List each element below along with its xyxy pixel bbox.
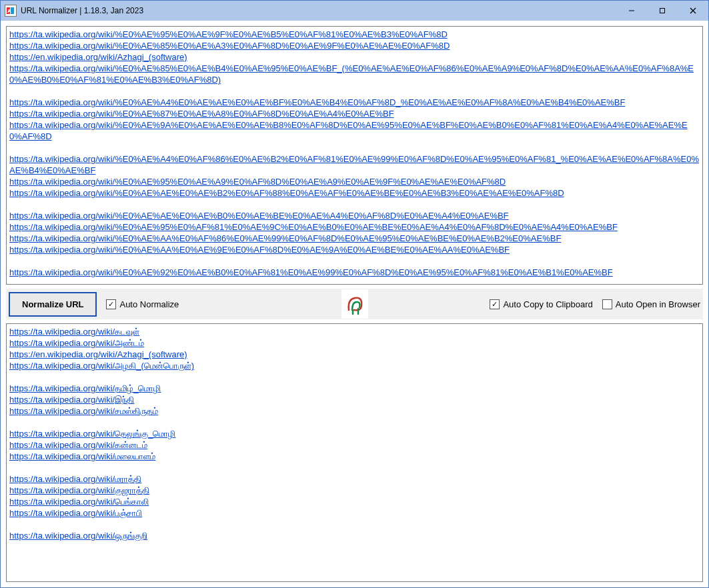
url-link[interactable]: https://ta.wikipedia.org/wiki/%E0%AE%9A%…: [9, 120, 688, 141]
url-link[interactable]: https://ta.wikipedia.org/wiki/%E0%AE%95%…: [9, 177, 506, 187]
close-button[interactable]: [678, 1, 708, 21]
maximize-button[interactable]: [647, 1, 678, 21]
url-link[interactable]: https://ta.wikipedia.org/wiki/%E0%AE%A4%…: [9, 154, 699, 175]
input-url-row: https://ta.wikipedia.org/wiki/%E0%AE%A4%…: [9, 97, 700, 108]
blank-row: [9, 519, 700, 530]
auto-normalize-checkbox[interactable]: ✓ Auto Normalize: [106, 299, 179, 309]
checkbox-box: ✓: [490, 299, 500, 309]
output-url-row: https://ta.wikipedia.org/wiki/சமஸ்கிருதம…: [9, 405, 700, 417]
blank-row: [9, 371, 700, 383]
svg-rect-4: [660, 9, 665, 13]
input-url-row: https://ta.wikipedia.org/wiki/%E0%AE%AA%…: [9, 244, 700, 255]
blank-row: [9, 417, 700, 428]
url-link[interactable]: https://ta.wikipedia.org/wiki/%E0%AE%87%…: [9, 109, 394, 119]
url-link[interactable]: https://ta.wikipedia.org/wiki/%E0%AE%95%…: [9, 222, 618, 232]
input-url-row: https://ta.wikipedia.org/wiki/%E0%AE%9A%…: [9, 119, 700, 142]
svg-text:A: A: [7, 8, 11, 14]
blank-row: [9, 85, 700, 97]
url-link[interactable]: https://ta.wikipedia.org/wiki/%E0%AE%95%…: [9, 29, 448, 39]
app-icon: A: [5, 5, 17, 17]
output-url-row: https://en.wikipedia.org/wiki/Azhagi_(so…: [9, 349, 700, 360]
url-link[interactable]: https://ta.wikipedia.org/wiki/சமஸ்கிருதம…: [9, 406, 158, 416]
url-link[interactable]: https://en.wikipedia.org/wiki/Azhagi_(so…: [9, 349, 187, 359]
client-area: https://ta.wikipedia.org/wiki/%E0%AE%95%…: [1, 21, 708, 587]
blank-row: [9, 142, 700, 153]
normalize-url-button[interactable]: Normalize URL: [9, 292, 97, 317]
auto-copy-checkbox[interactable]: ✓ Auto Copy to Clipboard: [490, 299, 592, 309]
url-link[interactable]: https://ta.wikipedia.org/wiki/மலையாளம்: [9, 451, 155, 461]
url-link[interactable]: https://ta.wikipedia.org/wiki/குஜராத்தி: [9, 485, 149, 495]
tamil-letter-icon: [341, 289, 368, 319]
url-link[interactable]: https://ta.wikipedia.org/wiki/பெங்காலி: [9, 497, 149, 507]
input-url-row: https://ta.wikipedia.org/wiki/%E0%AE%92%…: [9, 267, 700, 278]
window-controls: [616, 1, 708, 21]
url-link[interactable]: https://ta.wikipedia.org/wiki/%E0%AE%AE%…: [9, 188, 564, 198]
url-link[interactable]: https://ta.wikipedia.org/wiki/%E0%AE%85%…: [9, 41, 450, 51]
url-link[interactable]: https://ta.wikipedia.org/wiki/%E0%AE%AE%…: [9, 211, 509, 221]
normalize-url-button-label: Normalize URL: [22, 299, 83, 309]
blank-row: [9, 199, 700, 210]
input-url-row: https://ta.wikipedia.org/wiki/%E0%AE%A4%…: [9, 153, 700, 176]
url-link[interactable]: https://ta.wikipedia.org/wiki/கடவுள்: [9, 327, 139, 337]
input-url-row: https://ta.wikipedia.org/wiki/%E0%AE%95%…: [9, 221, 700, 233]
output-url-pane[interactable]: https://ta.wikipedia.org/wiki/கடவுள்http…: [6, 323, 703, 582]
url-link[interactable]: https://ta.wikipedia.org/wiki/கன்னடம்: [9, 440, 147, 450]
output-url-row: https://ta.wikipedia.org/wiki/மலையாளம்: [9, 451, 700, 462]
url-link[interactable]: https://ta.wikipedia.org/wiki/%E0%AE%A4%…: [9, 97, 625, 107]
app-window: A URL Normalizer | 1.18.3, Jan 2023 http…: [0, 0, 709, 588]
checkbox-box: ✓: [106, 299, 116, 309]
auto-normalize-label: Auto Normalize: [119, 299, 179, 309]
url-link[interactable]: https://en.wikipedia.org/wiki/Azhagi_(so…: [9, 52, 187, 62]
output-url-row: https://ta.wikipedia.org/wiki/ஒருங்குறி: [9, 530, 700, 541]
url-link[interactable]: https://ta.wikipedia.org/wiki/இந்தி: [9, 395, 134, 405]
blank-row: [9, 462, 700, 473]
output-url-row: https://ta.wikipedia.org/wiki/கடவுள்: [9, 326, 700, 337]
url-link[interactable]: https://ta.wikipedia.org/wiki/%E0%AE%AA%…: [9, 233, 561, 243]
output-url-row: https://ta.wikipedia.org/wiki/தெலுங்கு_ம…: [9, 428, 700, 439]
url-link[interactable]: https://ta.wikipedia.org/wiki/ஒருங்குறி: [9, 531, 147, 541]
output-url-row: https://ta.wikipedia.org/wiki/பெங்காலி: [9, 496, 700, 507]
window-title: URL Normalizer | 1.18.3, Jan 2023: [21, 6, 616, 15]
input-url-row: https://ta.wikipedia.org/wiki/%E0%AE%95%…: [9, 176, 700, 187]
url-link[interactable]: https://ta.wikipedia.org/wiki/அழகி_(மென்…: [9, 361, 194, 371]
minimize-button[interactable]: [616, 1, 647, 21]
toolbar: Normalize URL ✓ Auto Normalize ✓ Auto Co…: [6, 289, 703, 319]
url-link[interactable]: https://ta.wikipedia.org/wiki/அண்டம்: [9, 338, 144, 348]
input-url-row: https://en.wikipedia.org/wiki/Azhagi_(so…: [9, 51, 700, 63]
url-link[interactable]: https://ta.wikipedia.org/wiki/%E0%AE%85%…: [9, 63, 694, 85]
input-url-row: https://ta.wikipedia.org/wiki/%E0%AE%85%…: [9, 63, 700, 85]
auto-open-label: Auto Open in Browser: [616, 299, 700, 309]
titlebar: A URL Normalizer | 1.18.3, Jan 2023: [1, 1, 708, 21]
checkbox-box: [602, 299, 612, 309]
toolbar-right-group: ✓ Auto Copy to Clipboard Auto Open in Br…: [490, 299, 700, 309]
input-url-row: https://ta.wikipedia.org/wiki/%E0%AE%AA%…: [9, 233, 700, 244]
auto-open-checkbox[interactable]: Auto Open in Browser: [602, 299, 700, 309]
output-url-row: https://ta.wikipedia.org/wiki/இந்தி: [9, 394, 700, 405]
url-link[interactable]: https://ta.wikipedia.org/wiki/%E0%AE%92%…: [9, 267, 613, 277]
output-url-row: https://ta.wikipedia.org/wiki/அண்டம்: [9, 337, 700, 349]
input-url-pane[interactable]: https://ta.wikipedia.org/wiki/%E0%AE%95%…: [6, 26, 703, 285]
auto-copy-label: Auto Copy to Clipboard: [503, 299, 592, 309]
input-url-row: https://ta.wikipedia.org/wiki/%E0%AE%AE%…: [9, 210, 700, 221]
output-url-row: https://ta.wikipedia.org/wiki/மராத்தி: [9, 473, 700, 485]
input-url-row: https://ta.wikipedia.org/wiki/%E0%AE%85%…: [9, 40, 700, 51]
output-url-row: https://ta.wikipedia.org/wiki/தமிழ்_மொழி: [9, 383, 700, 394]
output-url-row: https://ta.wikipedia.org/wiki/கன்னடம்: [9, 439, 700, 451]
url-link[interactable]: https://ta.wikipedia.org/wiki/தெலுங்கு_ம…: [9, 429, 175, 439]
input-url-row: https://ta.wikipedia.org/wiki/%E0%AE%95%…: [9, 29, 700, 40]
blank-row: [9, 255, 700, 267]
output-url-row: https://ta.wikipedia.org/wiki/குஜராத்தி: [9, 485, 700, 496]
output-url-row: https://ta.wikipedia.org/wiki/அழகி_(மென்…: [9, 360, 700, 371]
url-link[interactable]: https://ta.wikipedia.org/wiki/மராத்தி: [9, 474, 141, 484]
url-link[interactable]: https://ta.wikipedia.org/wiki/தமிழ்_மொழி: [9, 383, 161, 393]
output-url-row: https://ta.wikipedia.org/wiki/பஞ்சாபி: [9, 507, 700, 519]
input-url-row: https://ta.wikipedia.org/wiki/%E0%AE%87%…: [9, 108, 700, 119]
input-url-row: https://ta.wikipedia.org/wiki/%E0%AE%AE%…: [9, 187, 700, 199]
url-link[interactable]: https://ta.wikipedia.org/wiki/பஞ்சாபி: [9, 508, 142, 518]
url-link[interactable]: https://ta.wikipedia.org/wiki/%E0%AE%AA%…: [9, 245, 510, 255]
